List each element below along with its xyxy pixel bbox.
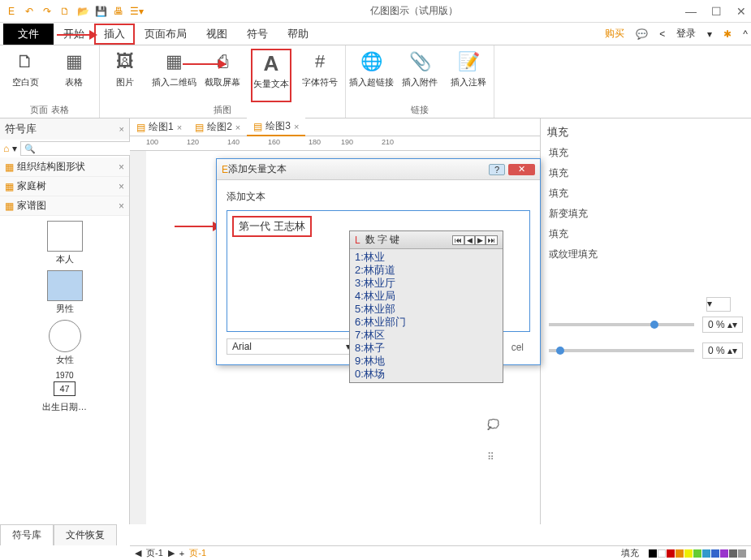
opacity-slider[interactable] xyxy=(549,323,694,326)
attachment-button[interactable]: 📎插入附件 xyxy=(399,49,440,102)
flower-icon[interactable]: ✱ xyxy=(723,28,732,40)
more-icon[interactable]: ☰▾ xyxy=(130,5,143,18)
opacity-slider-2[interactable] xyxy=(549,349,694,352)
ime-candidate[interactable]: 8:林子 xyxy=(355,342,498,355)
category-org-chart[interactable]: ▦组织结构图形状× xyxy=(0,157,129,177)
ime-candidate[interactable]: 9:林地 xyxy=(355,355,498,368)
open-icon[interactable]: 📂 xyxy=(76,5,89,18)
title-bar: E ↶ ↷ 🗋 📂 💾 🖶 ☰▾ 亿图图示（试用版） — ☐ ✕ xyxy=(0,0,751,23)
cancel-button-partial[interactable]: cel xyxy=(511,342,524,353)
shape-year[interactable]: 197047 xyxy=(54,371,75,396)
vector-text-button[interactable]: A矢量文本 xyxy=(251,49,291,102)
dropdown-icon[interactable]: ▾ xyxy=(707,28,712,40)
fill-option-gradient[interactable]: 新变填充 xyxy=(544,204,748,224)
maximize-button[interactable]: ☐ xyxy=(711,5,722,18)
search-input[interactable] xyxy=(20,141,140,156)
comment-icon[interactable]: 💭 xyxy=(487,419,499,430)
redo-icon[interactable]: ↷ xyxy=(41,5,54,18)
swatch[interactable] xyxy=(702,549,710,558)
page-prev-icon[interactable]: ◀ xyxy=(135,548,141,558)
dialog-help-button[interactable]: ? xyxy=(489,164,505,175)
tab-drawing2[interactable]: ▤绘图2× xyxy=(188,118,247,136)
dialog-close-button[interactable]: ✕ xyxy=(508,164,535,175)
tab-drawing3[interactable]: ▤绘图3× xyxy=(247,118,305,136)
page-current[interactable]: 页-1 xyxy=(189,547,206,559)
annotation-arrow-menu xyxy=(57,34,96,36)
bottom-tab-library[interactable]: 符号库 xyxy=(0,524,54,545)
menu-symbol[interactable]: 符号 xyxy=(237,24,278,45)
shape-male[interactable]: 男性 xyxy=(47,270,83,315)
swatch[interactable] xyxy=(658,549,666,558)
ime-candidate[interactable]: 4:林业局 xyxy=(355,290,498,303)
font-selector[interactable]: Arial▾ xyxy=(227,338,356,355)
page-next-icon[interactable]: ▶ xyxy=(168,548,175,558)
picture-button[interactable]: 🖼图片 xyxy=(105,49,145,102)
shape-self[interactable]: 本人 xyxy=(47,221,83,265)
dropdown-icon[interactable]: ▾ xyxy=(12,143,17,154)
menu-view[interactable]: 视图 xyxy=(196,24,237,45)
undo-icon[interactable]: ↶ xyxy=(23,5,36,18)
buy-link[interactable]: 购买 xyxy=(605,27,624,41)
blank-page-button[interactable]: 🗋空白页 xyxy=(5,49,45,102)
ime-candidate[interactable]: 7:林区 xyxy=(355,329,498,342)
swatch[interactable] xyxy=(675,549,684,558)
menu-file[interactable]: 文件 xyxy=(3,24,54,45)
fill-option[interactable]: 填充 xyxy=(544,143,748,163)
category-family-tree[interactable]: ▦家庭树× xyxy=(0,177,129,196)
category-genealogy[interactable]: ▦家谱图× xyxy=(0,196,129,216)
print-icon[interactable]: 🖶 xyxy=(112,5,125,18)
minimize-button[interactable]: — xyxy=(685,5,697,18)
swatch[interactable] xyxy=(667,549,675,558)
ime-last-icon[interactable]: ⏭ xyxy=(486,235,498,245)
swatch[interactable] xyxy=(711,549,719,558)
fill-option-texture[interactable]: 或纹理填充 xyxy=(544,244,748,265)
ime-candidate[interactable]: 0:林场 xyxy=(355,368,498,381)
collapse-icon[interactable]: ^ xyxy=(743,28,748,40)
qrcode-button[interactable]: ▦插入二维码 xyxy=(153,49,194,102)
fill-option[interactable]: 填充 xyxy=(544,163,748,183)
drag-handle-icon[interactable]: ⠿ xyxy=(487,451,494,463)
tab-drawing1[interactable]: ▤绘图1× xyxy=(130,118,188,136)
fill-option[interactable]: 填充 xyxy=(544,224,748,244)
note-button[interactable]: 📝插入注释 xyxy=(448,49,489,102)
ime-candidate[interactable]: 6:林业部门 xyxy=(355,316,498,329)
hyperlink-button[interactable]: 🌐插入超链接 xyxy=(351,49,391,102)
home-icon[interactable]: ⌂ xyxy=(3,143,9,154)
swatch[interactable] xyxy=(720,549,728,558)
page-navigator: ◀ 页-1 ▶ + 页-1 xyxy=(135,547,206,559)
ime-candidate[interactable]: 2:林荫道 xyxy=(355,264,498,277)
ime-candidate[interactable]: 3:林业厅 xyxy=(355,277,498,290)
opacity-value-2[interactable]: 0 %▴▾ xyxy=(702,342,743,359)
shape-birthdate[interactable]: 出生日期… xyxy=(42,401,87,413)
ime-first-icon[interactable]: ⏮ xyxy=(452,235,464,245)
swatch[interactable] xyxy=(729,549,737,558)
chat-icon[interactable]: 💬 xyxy=(636,28,648,40)
swatch[interactable] xyxy=(693,549,701,558)
menu-help[interactable]: 帮助 xyxy=(278,24,318,45)
swatch[interactable] xyxy=(649,549,657,558)
fill-option[interactable]: 填充 xyxy=(544,183,748,204)
share-icon[interactable]: < xyxy=(659,28,665,40)
close-button[interactable]: ✕ xyxy=(736,5,746,18)
font-symbol-button[interactable]: #字体符号 xyxy=(300,49,340,102)
ime-prev-icon[interactable]: ◀ xyxy=(464,235,475,245)
table-button[interactable]: ▦表格 xyxy=(54,49,94,102)
ime-candidate[interactable]: 5:林业部 xyxy=(355,303,498,316)
page-add-icon[interactable]: + xyxy=(179,549,184,558)
new-icon[interactable]: 🗋 xyxy=(58,5,71,18)
color-dropdown[interactable]: ▾ xyxy=(706,297,731,312)
dialog-titlebar[interactable]: E 添加矢量文本 ? ✕ xyxy=(217,159,540,180)
ime-candidate[interactable]: 1:林业 xyxy=(355,251,498,264)
screenshot-button[interactable]: ⎙截取屏幕 xyxy=(202,49,243,102)
save-icon[interactable]: 💾 xyxy=(94,5,107,18)
panel-close-icon[interactable]: × xyxy=(119,124,124,134)
color-swatches xyxy=(649,549,746,558)
swatch[interactable] xyxy=(738,549,746,558)
menu-layout[interactable]: 页面布局 xyxy=(135,24,196,45)
swatch[interactable] xyxy=(684,549,693,558)
bottom-tab-recover[interactable]: 文件恢复 xyxy=(54,524,117,545)
ime-next-icon[interactable]: ▶ xyxy=(475,235,486,245)
login-link[interactable]: 登录 xyxy=(676,27,696,41)
shape-female[interactable]: 女性 xyxy=(49,320,81,366)
opacity-value[interactable]: 0 %▴▾ xyxy=(702,317,743,333)
